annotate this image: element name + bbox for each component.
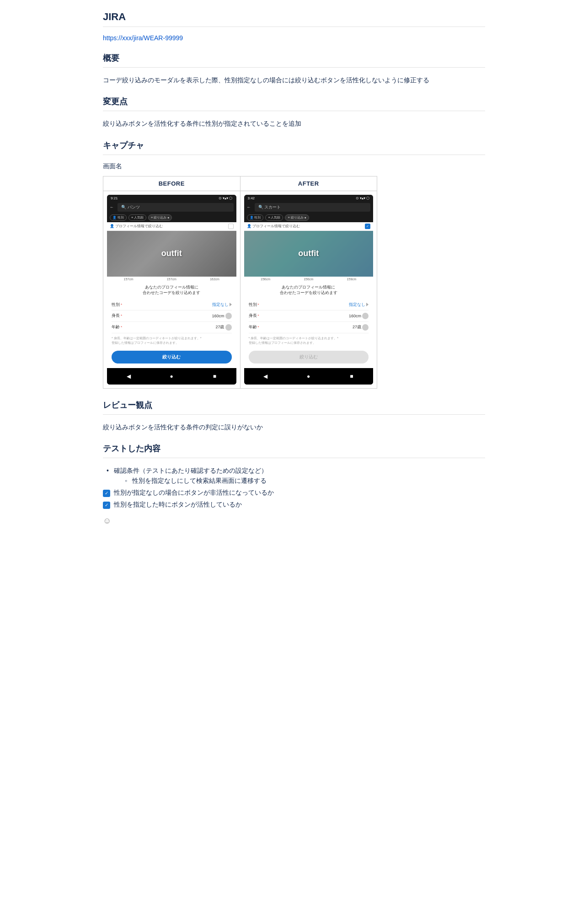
after-status-time: 3:42 bbox=[248, 196, 255, 200]
header-divider bbox=[103, 27, 485, 27]
after-profile-text: プロフィール情報で絞り込む bbox=[252, 224, 300, 228]
after-age-value: 27歳 bbox=[353, 324, 369, 331]
before-age-row: 年齢* 27歳 bbox=[112, 322, 232, 333]
tested-checkbox-2-item: 性別を指定した時にボタンが活性しているか bbox=[103, 501, 485, 509]
after-back-icon[interactable]: ← bbox=[247, 205, 251, 209]
after-height-3: 159cm bbox=[347, 278, 356, 281]
review-body: 絞り込みボタンを活性化する条件の判定に誤りがないか bbox=[103, 422, 485, 432]
before-after-container: BEFORE 9:21 ⊙ ▾▴▾ ⬡ ← 🔍 bbox=[103, 176, 377, 389]
tested-checkbox-2-label: 性別を指定した時にボタンが活性しているか bbox=[114, 501, 242, 509]
tested-sub-list: 性別を指定なしにして検索結果画面に遷移する bbox=[114, 476, 485, 486]
after-gender-label: 性別* bbox=[249, 302, 259, 308]
after-nav-square[interactable]: ■ bbox=[346, 371, 357, 382]
before-age-toggle[interactable] bbox=[225, 324, 232, 331]
after-search-icon: 🔍 bbox=[258, 205, 265, 209]
before-profile-check bbox=[228, 224, 234, 229]
before-modal-note: * 身長、年齢は一定範囲のコーディネートが絞り込まれます。*登録した情報はプロフ… bbox=[112, 336, 232, 345]
before-height-value: 160cm bbox=[212, 313, 231, 319]
before-height-row: 身長* 160cm bbox=[112, 310, 232, 322]
before-header: BEFORE bbox=[103, 176, 240, 191]
after-age-toggle[interactable] bbox=[362, 324, 369, 331]
tested-checkbox-1[interactable] bbox=[103, 490, 110, 497]
after-filter-narrow[interactable]: ≡ 絞り込み ● bbox=[285, 214, 309, 221]
screen-label: 画面名 bbox=[103, 162, 485, 171]
tested-heading: テストした内容 bbox=[103, 443, 485, 454]
after-filter-button[interactable]: 絞り込む bbox=[249, 351, 369, 363]
before-status-icons: ⊙ ▾▴▾ ⬡ bbox=[219, 196, 232, 200]
after-gender-value[interactable]: 指定なし bbox=[349, 302, 369, 308]
tested-checkbox-2[interactable] bbox=[103, 502, 110, 509]
before-nav-back[interactable]: ◀ bbox=[123, 371, 134, 382]
before-outfit-text: outfit bbox=[161, 249, 182, 258]
before-filter-popular[interactable]: ≡ 人気順 bbox=[128, 214, 146, 221]
after-phone-frame: 3:42 ⊙ ▾▴▾ ⬡ ← 🔍 スカート bbox=[244, 195, 374, 385]
overview-divider bbox=[103, 67, 485, 68]
before-profile-text: プロフィール情報で絞り込む bbox=[115, 224, 163, 228]
before-age-label: 年齢* bbox=[112, 324, 122, 330]
before-column: BEFORE 9:21 ⊙ ▾▴▾ ⬡ ← 🔍 bbox=[103, 176, 241, 388]
before-back-icon[interactable]: ← bbox=[110, 205, 114, 209]
tested-bullet-1: 確認条件（テストにあたり確認するための設定など） 性別を指定なしにして検索結果画… bbox=[107, 465, 485, 486]
before-phone-frame: 9:21 ⊙ ▾▴▾ ⬡ ← 🔍 パンツ bbox=[107, 195, 236, 385]
after-profile-check: ✓ bbox=[365, 224, 370, 229]
before-heights: 157cm 157cm 162cm bbox=[107, 277, 236, 282]
after-header: AFTER bbox=[241, 176, 377, 191]
after-bottom-nav: ◀ ● ■ bbox=[244, 368, 374, 385]
review-heading: レビュー観点 bbox=[103, 400, 485, 411]
after-filter-row: 👤 性別 ≡ 人気順 ≡ 絞り込み ● bbox=[244, 213, 374, 222]
after-nav-back[interactable]: ◀ bbox=[260, 371, 271, 382]
after-modal-body: あなたのプロフィール情報に合わせたコーデを絞り込めます 性別* 指定なし 身長*… bbox=[244, 282, 374, 368]
overview-heading: 概要 bbox=[103, 53, 485, 64]
overview-body: コーデ絞り込みのモーダルを表示した際、性別指定なしの場合には絞り込むボタンを活性… bbox=[103, 75, 485, 85]
before-outfit-image: outfit bbox=[107, 231, 236, 277]
after-modal-note: * 身長、年齢は一定範囲のコーディネートが絞り込まれます。*登録した情報はプロフ… bbox=[249, 336, 369, 345]
after-height-toggle[interactable] bbox=[362, 313, 369, 319]
before-modal-body: あなたのプロフィール情報に合わせたコーデを絞り込めます 性別* 指定なし 身長*… bbox=[107, 282, 236, 368]
before-status-bar: 9:21 ⊙ ▾▴▾ ⬡ bbox=[107, 195, 236, 202]
before-nav-square[interactable]: ■ bbox=[209, 371, 220, 382]
tested-sub-bullet-1-text: 性別を指定なしにして検索結果画面に遷移する bbox=[132, 477, 267, 484]
changes-body: 絞り込みボタンを活性化する条件に性別が指定されていることを追加 bbox=[103, 118, 485, 128]
before-nav-bar: ← 🔍 パンツ bbox=[107, 202, 236, 213]
after-gender-row: 性別* 指定なし bbox=[249, 299, 369, 310]
tested-sub-bullet-1: 性別を指定なしにして検索結果画面に遷移する bbox=[125, 476, 485, 486]
after-height-value: 160cm bbox=[349, 313, 369, 319]
after-status-icons: ⊙ ▾▴▾ ⬡ bbox=[356, 196, 369, 200]
capture-divider bbox=[103, 155, 485, 155]
before-height-1: 157cm bbox=[124, 278, 134, 281]
after-age-row: 年齢* 27歳 bbox=[249, 322, 369, 333]
after-age-label: 年齢* bbox=[249, 324, 259, 330]
before-search-bar: 🔍 パンツ bbox=[118, 203, 234, 212]
after-modal-title: あなたのプロフィール情報に合わせたコーデを絞り込めます bbox=[249, 284, 369, 296]
emoji-reaction: ☺ bbox=[103, 516, 485, 526]
tested-divider bbox=[103, 458, 485, 458]
before-gender-label: 性別* bbox=[112, 302, 122, 308]
before-height-3: 162cm bbox=[210, 278, 219, 281]
after-filter-gender[interactable]: 👤 性別 bbox=[247, 214, 264, 221]
before-height-2: 157cm bbox=[167, 278, 176, 281]
before-gender-row: 性別* 指定なし bbox=[112, 299, 232, 310]
after-nav-home[interactable]: ● bbox=[303, 371, 314, 382]
after-height-label: 身長* bbox=[249, 313, 259, 319]
tested-list: 確認条件（テストにあたり確認するための設定など） 性別を指定なしにして検索結果画… bbox=[103, 465, 485, 486]
before-screenshot: 9:21 ⊙ ▾▴▾ ⬡ ← 🔍 パンツ bbox=[103, 191, 240, 388]
before-gender-value[interactable]: 指定なし bbox=[212, 302, 232, 308]
before-filter-gender[interactable]: 👤 性別 bbox=[110, 214, 127, 221]
after-nav-bar: ← 🔍 スカート bbox=[244, 202, 374, 213]
changes-heading: 変更点 bbox=[103, 96, 485, 107]
after-search-bar: 🔍 スカート bbox=[255, 203, 371, 212]
jira-link[interactable]: https://xxx/jira/WEAR-99999 bbox=[103, 34, 183, 42]
after-filter-popular[interactable]: ≡ 人気順 bbox=[265, 214, 283, 221]
before-height-label: 身長* bbox=[112, 313, 122, 319]
before-nav-home[interactable]: ● bbox=[166, 371, 177, 382]
before-profile-icon: 👤 プロフィール情報で絞り込む bbox=[110, 224, 163, 229]
tested-bullet-1-text: 確認条件（テストにあたり確認するための設定など） bbox=[114, 467, 267, 474]
capture-heading: キャプチャ bbox=[103, 140, 485, 151]
after-height-1: 156cm bbox=[261, 278, 270, 281]
before-filter-button[interactable]: 絞り込む bbox=[112, 351, 232, 363]
review-divider bbox=[103, 414, 485, 415]
before-filter-narrow[interactable]: ≡ 絞り込み ● bbox=[148, 214, 172, 221]
after-heights: 156cm 156cm 159cm bbox=[244, 277, 374, 282]
before-filter-row: 👤 性別 ≡ 人気順 ≡ 絞り込み ● bbox=[107, 213, 236, 222]
before-height-toggle[interactable] bbox=[225, 313, 232, 319]
